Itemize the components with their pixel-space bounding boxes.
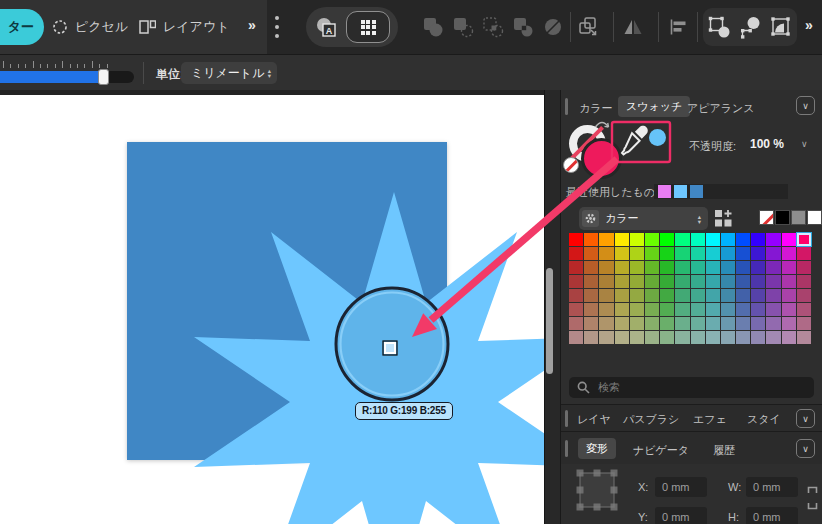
tab-layers[interactable]: レイヤ xyxy=(577,412,611,427)
swatch-cell[interactable] xyxy=(721,261,735,274)
swatch-cell[interactable] xyxy=(797,261,811,274)
swatch-cell[interactable] xyxy=(584,303,598,316)
swatch-#8e8e8e[interactable] xyxy=(791,210,806,225)
swatch-cell[interactable] xyxy=(736,331,750,344)
link-dimensions-icon[interactable] xyxy=(806,485,819,513)
swatch-cell[interactable] xyxy=(675,275,689,288)
swatch-cell[interactable] xyxy=(615,331,629,344)
swatch-cell[interactable] xyxy=(766,247,780,260)
swatch-cell[interactable] xyxy=(645,331,659,344)
tab-navigator[interactable]: ナビゲータ xyxy=(633,443,689,458)
swatch-cell[interactable] xyxy=(630,317,644,330)
swatch-cell[interactable] xyxy=(569,317,583,330)
swatch-cell[interactable] xyxy=(766,275,780,288)
swatch-cell[interactable] xyxy=(630,331,644,344)
palette-dropdown[interactable]: カラー ▴▾ xyxy=(579,207,708,230)
swatch-cell[interactable] xyxy=(599,331,613,344)
swatch-cell[interactable] xyxy=(797,233,811,246)
swatch-cell[interactable] xyxy=(660,317,674,330)
slider-handle[interactable] xyxy=(98,69,109,85)
swatch-cell[interactable] xyxy=(599,303,613,316)
swatch-cell[interactable] xyxy=(630,303,644,316)
swatch-cell[interactable] xyxy=(751,233,765,246)
w-input[interactable]: 0 mm xyxy=(746,477,798,497)
swatch-cell[interactable] xyxy=(660,275,674,288)
swatch-cell[interactable] xyxy=(599,317,613,330)
swatch-cell[interactable] xyxy=(797,275,811,288)
swatch-cell[interactable] xyxy=(691,317,705,330)
swatch-cell[interactable] xyxy=(691,303,705,316)
swatch-cell[interactable] xyxy=(691,247,705,260)
swatch-cell[interactable] xyxy=(721,317,735,330)
add-swatch-icon[interactable] xyxy=(713,208,735,230)
swatch-cell[interactable] xyxy=(599,289,613,302)
swatch-cell[interactable] xyxy=(630,275,644,288)
tab-pixel-persona[interactable]: ピクセル xyxy=(52,0,128,54)
swatch-cell[interactable] xyxy=(721,331,735,344)
toolbar-menu-dots[interactable] xyxy=(270,13,284,43)
swatch-cell[interactable] xyxy=(797,303,811,316)
swatch-#ffffff[interactable] xyxy=(807,210,822,225)
swatch-cell[interactable] xyxy=(675,331,689,344)
swatch-cell[interactable] xyxy=(630,233,644,246)
insert-inside-icon[interactable] xyxy=(707,15,731,39)
swatch-cell[interactable] xyxy=(645,317,659,330)
swatch-cell[interactable] xyxy=(736,317,750,330)
swatch-cell[interactable] xyxy=(706,233,720,246)
tab-history[interactable]: 履歴 xyxy=(713,443,735,458)
swatch-cell[interactable] xyxy=(782,261,796,274)
swatch-cell[interactable] xyxy=(691,275,705,288)
swatch-cell[interactable] xyxy=(782,331,796,344)
boolean-divide-icon[interactable] xyxy=(542,16,564,38)
swatch-cell[interactable] xyxy=(630,289,644,302)
swatch-cell[interactable] xyxy=(736,303,750,316)
boolean-xor-icon[interactable] xyxy=(512,16,534,38)
swatch-cell[interactable] xyxy=(797,247,811,260)
swatch-cell[interactable] xyxy=(584,247,598,260)
swatch-cell[interactable] xyxy=(645,247,659,260)
swatch-cell[interactable] xyxy=(675,303,689,316)
insert-behind-icon[interactable] xyxy=(769,15,793,39)
swatch-cell[interactable] xyxy=(706,261,720,274)
swatch-cell[interactable] xyxy=(751,317,765,330)
swatch-cell[interactable] xyxy=(675,261,689,274)
swatch-search-field[interactable]: 検索 xyxy=(569,377,814,398)
tab-vector-persona[interactable]: ター xyxy=(0,9,44,45)
swatch-cell[interactable] xyxy=(660,247,674,260)
swatch-cell[interactable] xyxy=(721,275,735,288)
swatch-cell[interactable] xyxy=(736,261,750,274)
tab-color[interactable]: カラー xyxy=(579,101,613,116)
swatch-cell[interactable] xyxy=(584,275,598,288)
swatch-cell[interactable] xyxy=(569,261,583,274)
swatch-cell[interactable] xyxy=(660,289,674,302)
swatch-cell[interactable] xyxy=(675,317,689,330)
swatch-cell[interactable] xyxy=(615,289,629,302)
swatch-cell[interactable] xyxy=(675,247,689,260)
swatch-cell[interactable] xyxy=(675,289,689,302)
swatch-cell[interactable] xyxy=(751,331,765,344)
swatch-cell[interactable] xyxy=(584,317,598,330)
swatch-cell[interactable] xyxy=(569,247,583,260)
swatch-cell[interactable] xyxy=(599,247,613,260)
swatch-cell[interactable] xyxy=(721,247,735,260)
swatch-cell[interactable] xyxy=(615,233,629,246)
insert-node-icon[interactable] xyxy=(738,15,762,39)
swatch-cell[interactable] xyxy=(736,289,750,302)
anchor-point-selector-icon[interactable] xyxy=(573,468,621,524)
swatch-cell[interactable] xyxy=(569,303,583,316)
swatch-cell[interactable] xyxy=(706,289,720,302)
mirror-icon[interactable] xyxy=(622,16,644,38)
swatch-cell[interactable] xyxy=(660,261,674,274)
swatch-cell[interactable] xyxy=(645,261,659,274)
swatch-cell[interactable] xyxy=(584,289,598,302)
recent-swatch[interactable] xyxy=(658,185,671,198)
h-input[interactable]: 0 mm xyxy=(746,507,798,524)
opacity-chevron-icon[interactable]: ∨ xyxy=(801,139,808,149)
swatch-cell[interactable] xyxy=(660,233,674,246)
recent-swatch[interactable] xyxy=(674,185,687,198)
swatch-cell[interactable] xyxy=(630,247,644,260)
boolean-subtract-icon[interactable] xyxy=(452,16,474,38)
swatch-cell[interactable] xyxy=(797,317,811,330)
swatch-cell[interactable] xyxy=(691,261,705,274)
canvas-vertical-scrollbar[interactable] xyxy=(546,268,553,374)
